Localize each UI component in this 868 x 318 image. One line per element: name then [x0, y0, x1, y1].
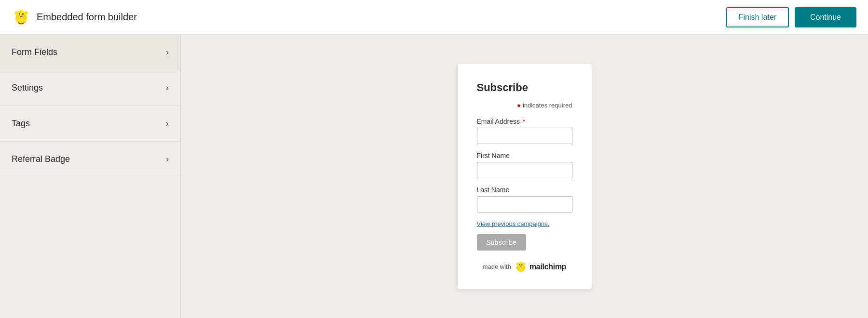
- mailchimp-brand-text: mailchimp: [529, 263, 566, 271]
- svg-point-10: [519, 264, 520, 265]
- mailchimp-monkey-icon: [514, 260, 528, 274]
- main-layout: Form Fields › Settings › Tags › Referral…: [0, 35, 868, 318]
- sidebar-item-settings[interactable]: Settings ›: [0, 70, 180, 106]
- svg-point-2: [19, 13, 20, 14]
- required-star: ●: [517, 102, 521, 109]
- form-preview-card: Subscribe ●indicates required Email Addr…: [457, 64, 592, 290]
- continue-button[interactable]: Continue: [795, 7, 856, 27]
- sidebar-item-referral-badge[interactable]: Referral Badge ›: [0, 142, 180, 177]
- sidebar: Form Fields › Settings › Tags › Referral…: [0, 35, 181, 318]
- svg-point-3: [22, 13, 24, 14]
- svg-point-12: [516, 266, 518, 268]
- email-required-star: *: [521, 118, 525, 125]
- made-with-section: made with mailchimp: [477, 260, 572, 274]
- subscribe-button[interactable]: Subscribe: [477, 234, 526, 251]
- mailchimp-logo: mailchimp: [514, 260, 566, 274]
- svg-point-13: [524, 266, 526, 268]
- svg-point-15: [523, 263, 525, 265]
- sidebar-item-form-fields[interactable]: Form Fields ›: [0, 35, 180, 70]
- svg-point-7: [25, 11, 28, 15]
- view-campaigns-link[interactable]: View previous campaigns.: [477, 220, 572, 227]
- sidebar-item-tags[interactable]: Tags ›: [0, 106, 180, 142]
- sidebar-item-label: Tags: [12, 119, 30, 129]
- page-title: Embedded form builder: [37, 12, 137, 23]
- header-left: Embedded form builder: [12, 8, 137, 27]
- sidebar-item-label: Referral Badge: [12, 154, 70, 164]
- chevron-right-icon: ›: [166, 154, 169, 164]
- first-name-label: First Name: [477, 152, 572, 159]
- content-area: Subscribe ●indicates required Email Addr…: [181, 35, 868, 318]
- chevron-right-icon: ›: [166, 47, 169, 57]
- last-name-field-group: Last Name: [477, 186, 572, 212]
- first-name-input[interactable]: [477, 162, 572, 178]
- sidebar-item-label: Settings: [12, 83, 43, 93]
- chevron-right-icon: ›: [166, 119, 169, 129]
- chevron-right-icon: ›: [166, 83, 169, 93]
- svg-point-6: [15, 11, 18, 15]
- finish-later-button[interactable]: Finish later: [726, 7, 789, 27]
- last-name-label: Last Name: [477, 186, 572, 194]
- svg-point-14: [516, 263, 518, 265]
- email-field-group: Email Address *: [477, 118, 572, 144]
- first-name-field-group: First Name: [477, 152, 572, 178]
- svg-point-5: [24, 15, 26, 19]
- svg-point-9: [518, 262, 524, 268]
- made-with-text: made with: [483, 263, 511, 270]
- email-input[interactable]: [477, 128, 572, 144]
- mailchimp-logo-icon: [12, 8, 31, 27]
- svg-point-11: [521, 264, 522, 265]
- header: Embedded form builder Finish later Conti…: [0, 0, 868, 35]
- form-preview-title: Subscribe: [477, 81, 572, 94]
- sidebar-item-label: Form Fields: [12, 47, 57, 57]
- last-name-input[interactable]: [477, 196, 572, 212]
- header-right: Finish later Continue: [726, 7, 856, 27]
- email-label: Email Address *: [477, 118, 572, 125]
- svg-point-4: [17, 15, 19, 19]
- required-note: ●indicates required: [477, 102, 572, 109]
